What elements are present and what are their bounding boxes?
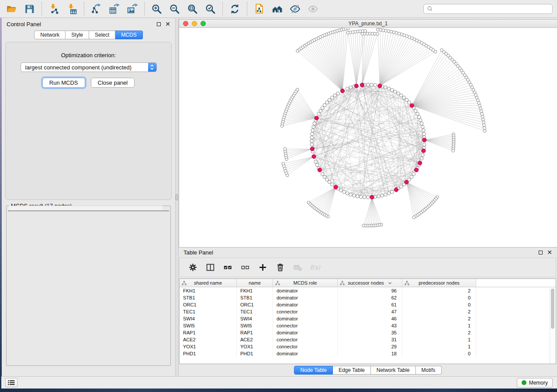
new-network-from-selection-button[interactable] xyxy=(253,2,266,16)
network-node[interactable] xyxy=(311,129,315,132)
mcds-node[interactable] xyxy=(334,185,338,189)
network-node[interactable] xyxy=(408,101,411,104)
network-node[interactable] xyxy=(410,175,413,179)
control-panel-close-icon[interactable]: ✕ xyxy=(165,21,170,27)
network-node[interactable] xyxy=(479,107,482,110)
network-node[interactable] xyxy=(310,143,314,146)
import-table-button[interactable] xyxy=(65,2,79,16)
table-row[interactable]: SWI4SWI4dominator462 xyxy=(180,315,550,322)
network-node[interactable] xyxy=(321,172,324,176)
network-node[interactable] xyxy=(387,87,391,90)
network-node[interactable] xyxy=(311,132,314,136)
tab-edge-table[interactable]: Edge Table xyxy=(333,366,371,375)
network-node[interactable] xyxy=(346,192,349,195)
split-table-button[interactable] xyxy=(205,262,215,273)
mcds-node[interactable] xyxy=(415,168,419,172)
search-field[interactable] xyxy=(423,4,553,14)
mcds-node[interactable] xyxy=(318,168,322,172)
status-dialog-button[interactable] xyxy=(5,378,17,387)
network-node[interactable] xyxy=(483,124,486,127)
network-node[interactable] xyxy=(481,113,484,116)
network-node[interactable] xyxy=(482,118,485,121)
zoom-selected-button[interactable] xyxy=(204,2,217,16)
mcds-node[interactable] xyxy=(422,138,426,142)
network-node[interactable] xyxy=(367,196,370,199)
table-row[interactable]: TEC1TEC1connector472 xyxy=(180,308,550,315)
network-node[interactable] xyxy=(325,178,329,182)
memory-button[interactable]: Memory xyxy=(517,378,553,388)
table-row[interactable]: RAP1RAP1dominator352 xyxy=(180,329,550,336)
window-minimize-button[interactable] xyxy=(192,21,197,26)
network-node[interactable] xyxy=(422,129,425,132)
table-row[interactable]: FKH1FKH1dominator962 xyxy=(180,287,550,294)
network-node[interactable] xyxy=(434,50,437,53)
network-node[interactable] xyxy=(315,163,319,167)
network-node[interactable] xyxy=(412,216,415,219)
network-node[interactable] xyxy=(422,132,426,136)
network-node[interactable] xyxy=(313,122,316,125)
mcds-node[interactable] xyxy=(418,161,422,165)
network-node[interactable] xyxy=(328,98,331,102)
open-session-button[interactable] xyxy=(5,2,18,16)
network-node[interactable] xyxy=(346,87,349,90)
window-maximize-button[interactable] xyxy=(201,21,206,26)
import-network-button[interactable] xyxy=(47,2,61,16)
mcds-node[interactable] xyxy=(360,83,364,87)
mcds-node[interactable] xyxy=(422,149,426,153)
zoom-fit-button[interactable] xyxy=(186,2,199,16)
network-node[interactable] xyxy=(314,160,318,164)
tab-select[interactable]: Select xyxy=(89,31,115,39)
export-network-button[interactable] xyxy=(90,2,103,16)
mcds-node[interactable] xyxy=(340,89,344,93)
mcds-node[interactable] xyxy=(394,188,398,192)
network-node[interactable] xyxy=(483,127,486,130)
mcds-node[interactable] xyxy=(315,116,318,120)
network-canvas[interactable] xyxy=(179,28,557,247)
network-node[interactable] xyxy=(307,201,310,204)
table-panel-float-icon[interactable] xyxy=(539,251,543,254)
network-node[interactable] xyxy=(323,103,326,107)
network-node[interactable] xyxy=(422,143,426,146)
network-node[interactable] xyxy=(331,96,334,100)
mcds-node[interactable] xyxy=(410,103,414,107)
network-node[interactable] xyxy=(381,194,384,197)
network-node[interactable] xyxy=(376,33,379,36)
table-row[interactable]: SWI5SWI5connector431 xyxy=(180,322,550,329)
network-node[interactable] xyxy=(331,183,334,186)
mcds-node[interactable] xyxy=(354,84,358,88)
scrollbar-thumb[interactable] xyxy=(551,289,554,329)
network-node[interactable] xyxy=(452,149,455,152)
tab-style[interactable]: Style xyxy=(66,31,89,39)
column-header-predecessor-nodes[interactable]: predecessor nodes xyxy=(402,279,476,287)
network-node[interactable] xyxy=(367,83,370,86)
network-node[interactable] xyxy=(420,157,423,160)
save-session-button[interactable] xyxy=(23,2,36,16)
network-node[interactable] xyxy=(349,193,353,196)
clear-selection-button[interactable] xyxy=(240,262,250,273)
mcds-node[interactable] xyxy=(378,84,382,88)
network-node[interactable] xyxy=(347,28,350,30)
network-node[interactable] xyxy=(343,190,346,194)
network-node[interactable] xyxy=(362,224,365,227)
criterion-dropdown[interactable]: largest connected component (undirected) xyxy=(21,62,157,72)
close-mcds-panel-button[interactable]: Close panel xyxy=(91,78,135,88)
network-node[interactable] xyxy=(387,192,391,195)
network-node[interactable] xyxy=(482,121,485,124)
zoom-out-button[interactable] xyxy=(168,2,181,16)
table-vertical-scrollbar[interactable] xyxy=(550,287,556,364)
network-node[interactable] xyxy=(379,28,382,31)
network-node[interactable] xyxy=(321,106,324,110)
tab-node-table[interactable]: Node Table xyxy=(294,366,333,375)
table-row[interactable]: YOX1YOX1connector291 xyxy=(180,343,550,350)
table-panel-close-icon[interactable]: ✕ xyxy=(547,249,552,255)
network-node[interactable] xyxy=(310,136,314,139)
network-node[interactable] xyxy=(363,196,367,199)
tab-network-table[interactable]: Network Table xyxy=(371,366,416,375)
network-node[interactable] xyxy=(400,94,403,97)
network-node[interactable] xyxy=(339,189,343,192)
network-node[interactable] xyxy=(353,194,356,197)
zoom-in-button[interactable] xyxy=(150,2,163,16)
table-row[interactable]: ACE2ACE2connector311 xyxy=(180,336,550,343)
mcds-node[interactable] xyxy=(310,147,314,151)
export-table-button[interactable] xyxy=(107,2,121,16)
